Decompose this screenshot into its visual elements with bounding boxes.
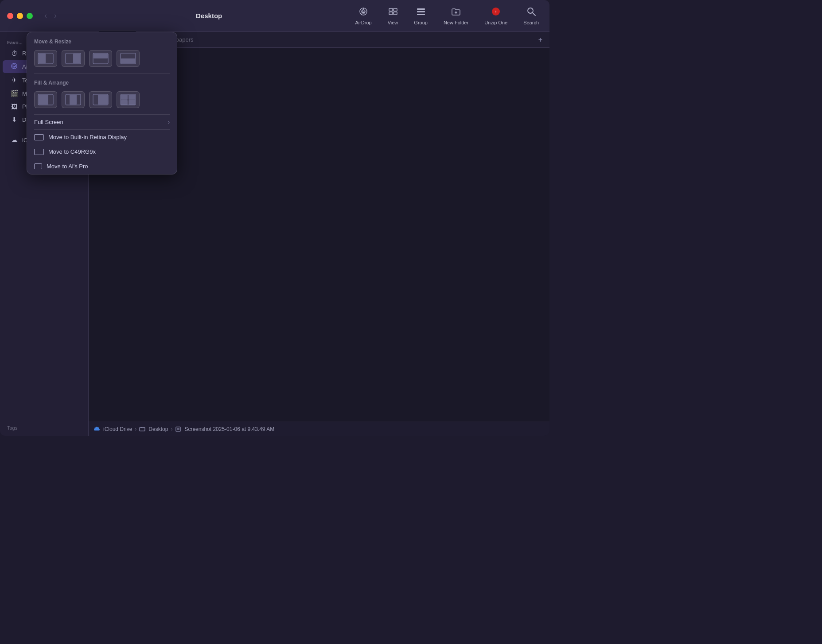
traffic-lights [7,13,33,19]
svg-rect-23 [177,428,179,430]
popup-overlay: Move & Resize [27,32,177,175]
svg-rect-5 [389,8,393,11]
unzip-one-label: Unzip One [484,20,507,25]
left-half-button[interactable] [34,50,57,67]
fill-arrange-section: Fill & Arrange [27,74,177,114]
fill-arrange-icons [34,91,170,108]
close-button[interactable] [7,13,13,19]
full-screen-label: Full Screen [34,119,168,125]
right-half-button[interactable] [62,50,85,67]
move-resize-section: Move & Resize [27,32,177,73]
status-bar: iCloud Drive › Desktop › Screenshot [89,422,549,436]
top-half-button[interactable] [89,50,112,67]
svg-rect-39 [121,95,128,100]
move-builtin-item[interactable]: Move to Built-in Retina Display [27,130,177,144]
airdrop-label: AirDrop [355,20,371,25]
svg-line-17 [533,13,535,16]
icloud-text: iCloud Drive [103,426,132,432]
breadcrumb-sep-2: › [171,426,172,432]
svg-point-20 [14,66,15,67]
svg-rect-7 [389,12,393,15]
file-breadcrumb-text: Screenshot 2025-01-06 at 9.43.49 AM [184,426,274,432]
svg-point-16 [528,8,533,13]
move-resize-popup: Move & Resize [27,32,177,175]
minimize-button[interactable] [17,13,23,19]
movies-icon: 🎬 [10,89,19,97]
svg-rect-27 [73,54,80,63]
search-button[interactable]: Search [520,5,542,27]
photos-icon: 🖼 [10,103,19,110]
right-two-thirds-button[interactable] [89,91,112,108]
bottom-half-button[interactable] [117,50,140,67]
move-c49rg9x-item[interactable]: Move to C49RG9x [27,144,177,159]
back-button[interactable]: ‹ [42,9,50,22]
svg-rect-33 [39,95,48,105]
move-c49rg9x-label: Move to C49RG9x [48,148,96,155]
sidebar-airdrop-icon [10,62,19,71]
move-resize-icons [34,50,170,67]
icloud-icon: ☁ [10,136,19,144]
window-title: Desktop [66,12,351,19]
svg-rect-41 [121,100,128,105]
svg-rect-10 [417,11,425,12]
search-icon [526,7,536,19]
group-label: Group [414,20,428,25]
forward-button[interactable]: › [51,9,59,22]
svg-text:↑: ↑ [495,9,497,14]
svg-rect-35 [70,95,77,105]
new-folder-icon [451,7,461,19]
view-label: View [388,20,398,25]
group-icon [416,7,426,19]
svg-rect-42 [129,100,135,105]
svg-rect-6 [393,8,397,11]
new-folder-button[interactable]: New Folder [440,5,472,27]
fill-arrange-title: Fill & Arrange [34,80,170,86]
breadcrumb-sep-1: › [135,426,136,432]
group-button[interactable]: Group [410,5,431,27]
nav-buttons: ‹ › [42,9,59,22]
add-tab-button[interactable]: + [535,34,546,46]
file-breadcrumb-icon [175,426,183,432]
svg-point-2 [362,12,364,13]
downloads-icon: ⬇ [10,116,19,124]
maximize-button[interactable] [27,13,33,19]
airdrop-icon [358,7,368,19]
svg-rect-11 [417,14,425,15]
finder-window: ‹ › Desktop AirDrop [0,0,549,436]
svg-rect-37 [98,95,108,105]
search-label: Search [523,20,539,25]
svg-rect-40 [129,95,135,100]
title-bar: ‹ › Desktop AirDrop [0,0,549,32]
left-two-thirds-button[interactable] [34,91,57,108]
builtin-display-icon [34,134,44,140]
svg-rect-31 [121,58,135,63]
full-screen-item[interactable]: Full Screen › [27,115,177,129]
desktop-breadcrumb-icon [139,426,147,432]
als-pro-display-icon [34,163,42,169]
svg-rect-9 [417,8,425,10]
view-button[interactable]: View [384,5,402,27]
unzip-one-button[interactable]: ↑ Unzip One [481,5,511,27]
quad-button[interactable] [117,91,140,108]
airdrop-button[interactable]: AirDrop [351,5,375,27]
recents-icon: ⏱ [10,50,19,57]
move-builtin-label: Move to Built-in Retina Display [48,134,127,140]
svg-rect-29 [93,54,108,58]
move-resize-title: Move & Resize [34,39,170,45]
c49rg9x-display-icon [34,149,44,155]
new-folder-label: New Folder [444,20,468,25]
desktop-text: Desktop [148,426,168,432]
center-third-button[interactable] [62,91,85,108]
toolbar-actions: AirDrop View [351,5,542,27]
testflight-icon: ✈ [10,76,19,84]
full-screen-chevron: › [168,119,170,125]
svg-rect-25 [39,54,46,63]
view-icon [388,7,398,19]
move-als-pro-label: Move to Al's Pro [47,163,88,170]
tags-label: Tags [0,421,88,432]
icloud-breadcrumb [94,426,101,432]
svg-rect-8 [393,12,397,15]
move-als-pro-item[interactable]: Move to Al's Pro [27,159,177,174]
unzip-icon: ↑ [491,7,501,19]
